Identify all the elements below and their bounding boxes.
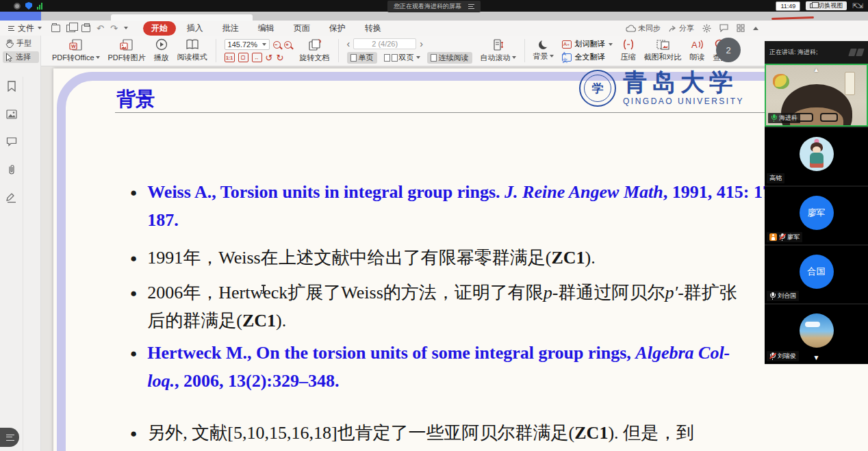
continuous-read-button[interactable]: 连续阅读 (427, 52, 472, 64)
university-name-cn: 青岛大学 (623, 70, 738, 95)
record-icon[interactable] (14, 3, 21, 10)
comment-icon[interactable] (6, 137, 17, 146)
read-aloud-button[interactable]: A 朗读 (690, 39, 705, 62)
bullet-dot-icon: ● (130, 285, 137, 335)
wall-scroll-painting (845, 72, 855, 95)
mic-muted-icon (769, 352, 776, 360)
meeting-app-watermark-icon (850, 49, 863, 56)
play-button[interactable]: 播放 (154, 38, 169, 63)
tab-home[interactable]: 开始 (143, 21, 176, 36)
document-tab[interactable] (111, 14, 253, 21)
undo-icon[interactable]: ↶ (97, 24, 104, 33)
active-tab-indicator[interactable] (0, 12, 41, 21)
toc-float-button[interactable] (0, 428, 19, 447)
speaking-indicator: 正在讲话: 海进科; (769, 48, 818, 57)
quickbar-more-icon[interactable] (124, 27, 128, 29)
zoom-in-icon[interactable]: + (284, 41, 292, 49)
copy-icon[interactable] (66, 25, 75, 32)
slide-bullet: ●Hertweck M., On the torsion units of so… (130, 339, 868, 395)
cloud-icon (626, 25, 636, 32)
share-icon (669, 25, 677, 32)
tab-insert[interactable]: 插入 (179, 21, 212, 36)
double-page-button[interactable]: 双页 (381, 52, 424, 64)
book-icon (186, 39, 199, 50)
switch-view-button[interactable]: 切换视图 (806, 1, 847, 10)
pdf-page: 背景 学 青岛大学 QINGDAO UNIVERSITY ●Weiss A., … (53, 68, 868, 451)
pdf-to-image-button[interactable]: PDF转图片 (108, 39, 146, 63)
fit-width-button[interactable]: ↔ (252, 53, 262, 62)
shield-icon[interactable] (25, 2, 32, 10)
svg-text:W: W (71, 44, 76, 49)
apps-grid-icon[interactable] (737, 24, 745, 32)
tab-comment[interactable]: 批注 (214, 21, 247, 36)
rotate-right-icon[interactable]: ↻ (276, 53, 283, 62)
chevron-down-icon (38, 27, 42, 29)
participant-tile[interactable]: 合国 刘合国 (765, 246, 868, 303)
collapse-up-icon[interactable]: ▲ (813, 66, 819, 73)
pdf-to-office-button[interactable]: W PDF转Office (52, 39, 100, 63)
signature-stamp-icon[interactable] (6, 193, 17, 203)
wall-poster (773, 74, 789, 89)
auto-scroll-icon (494, 39, 503, 51)
gear-icon[interactable] (702, 24, 711, 33)
prev-page-button[interactable]: ‹ (347, 39, 350, 49)
tab-page[interactable]: 页面 (285, 21, 318, 36)
bookmark-icon[interactable] (7, 81, 16, 92)
fullscreen-icon[interactable]: ⇱⇲ (852, 2, 863, 10)
screenshot-compare-button[interactable]: 截图和对比 (644, 39, 682, 62)
auto-scroll-button[interactable]: 自动滚动 (481, 39, 516, 63)
participant-tile[interactable]: 廖军 廖军 (765, 187, 868, 244)
comment-icon[interactable] (719, 24, 728, 32)
word-translate-button[interactable]: A₊ 划词翻译 (562, 39, 613, 49)
floating-count-badge[interactable]: 2 (716, 38, 741, 62)
chevron-down-icon (609, 43, 613, 46)
tab-edit[interactable]: 编辑 (250, 21, 283, 36)
participant-glasses (795, 113, 838, 123)
zoom-out-icon[interactable]: − (273, 41, 281, 49)
redo-icon[interactable]: ↷ (110, 24, 118, 33)
open-icon[interactable] (51, 25, 60, 32)
collapse-ribbon-icon[interactable] (753, 27, 758, 30)
file-menu[interactable]: 文件 (8, 23, 42, 34)
banner-menu-icon[interactable] (468, 4, 474, 9)
reading-mode-button[interactable]: 阅读模式 (177, 39, 207, 62)
image-icon[interactable] (6, 109, 17, 119)
tab-convert[interactable]: 转换 (357, 21, 390, 36)
full-translate-icon: A文 (562, 53, 572, 62)
participant-tile[interactable]: 高铭 (765, 128, 868, 185)
tab-protect[interactable]: 保护 (321, 21, 354, 36)
menu-icon (8, 26, 14, 31)
fit-page-button[interactable]: ▢ (238, 53, 248, 62)
full-translate-button[interactable]: A文 全文翻译 (562, 52, 613, 62)
mic-muted-icon (779, 233, 785, 241)
participant-name: 廖军 (787, 233, 800, 242)
share-label: 分享 (679, 23, 694, 34)
compress-button[interactable]: 压缩 (621, 39, 636, 62)
rotate-doc-icon (308, 39, 322, 51)
participant-tile[interactable]: 刘瑞俊 ▼ (765, 305, 868, 363)
cursor-icon (5, 53, 13, 62)
bullet-dot-icon: ● (130, 184, 137, 234)
bullet-dot-icon: ● (130, 250, 137, 272)
background-button[interactable]: 背景 (533, 40, 554, 62)
zoom-level-input[interactable]: 145.72% (225, 39, 270, 50)
participant-video-tile[interactable]: ▲ 海进科 (765, 64, 868, 127)
select-tool[interactable]: 选择 (3, 51, 39, 63)
attachment-icon[interactable] (7, 164, 16, 175)
page-number-input[interactable]: 2 (4/26) (353, 38, 416, 49)
rotate-document-button[interactable]: 旋转文档 (300, 39, 330, 63)
share-button[interactable]: 分享 (669, 23, 694, 34)
collapse-down-icon[interactable]: ▼ (813, 354, 820, 361)
university-seal-icon: 学 (579, 70, 616, 107)
sync-status[interactable]: 未同步 (626, 23, 661, 34)
slide-bullet: ●另外, 文献[5,10,15,16,18]也肯定了一些亚阿贝尔群满足(ZC1)… (130, 419, 868, 451)
hand-tool[interactable]: 手型 (3, 38, 39, 49)
document-viewport[interactable]: 背景 学 青岛大学 QINGDAO UNIVERSITY ●Weiss A., … (41, 66, 868, 451)
single-page-button[interactable]: 单页 (347, 52, 377, 64)
rotate-left-icon[interactable]: ↺ (266, 53, 273, 62)
actual-size-button[interactable]: 1:1 (225, 53, 235, 62)
next-page-button[interactable]: › (420, 39, 423, 49)
print-icon[interactable] (81, 25, 90, 32)
bullet-dot-icon: ● (130, 425, 137, 451)
ribbon-toolbar: W PDF转Office PDF转图片 播放 阅读模式 145.72% − + … (41, 36, 868, 66)
